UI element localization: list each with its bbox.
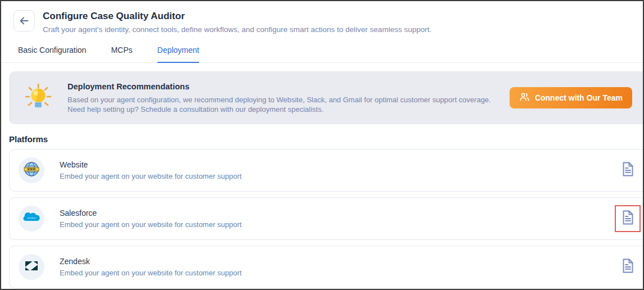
svg-text:salesforce: salesforce <box>27 217 36 219</box>
header-text: Configure Case Quality Auditor Craft you… <box>43 10 431 34</box>
document-icon <box>622 259 634 275</box>
salesforce-cloud-icon: salesforce <box>22 211 40 226</box>
platform-title: Salesforce <box>60 209 615 218</box>
tab-deployment[interactable]: Deployment <box>157 46 200 63</box>
banner-title: Deployment Recommendations <box>67 82 501 91</box>
platform-title: Zendesk <box>60 257 615 266</box>
platforms-heading: Platforms <box>9 134 643 144</box>
back-arrow-icon <box>18 15 30 27</box>
platform-description: Embed your agent on your website for cus… <box>60 172 615 180</box>
platform-description: Embed your agent on your website for cus… <box>60 269 615 277</box>
platform-title: Website <box>60 160 615 169</box>
connect-button-label: Connect with Our Team <box>535 93 623 102</box>
document-icon <box>622 210 634 227</box>
website-avatar: WWW <box>19 157 44 183</box>
users-icon <box>519 92 530 104</box>
page-subtitle: Craft your agent's identity, connect too… <box>43 25 431 34</box>
document-icon <box>622 162 634 179</box>
zendesk-card-text: Zendesk Embed your agent on your website… <box>60 257 615 277</box>
connect-with-team-button[interactable]: Connect with Our Team <box>510 87 632 108</box>
salesforce-avatar: salesforce <box>19 206 44 232</box>
website-card-text: Website Embed your agent on your website… <box>60 160 615 180</box>
platform-card-zendesk[interactable]: Zendesk Embed your agent on your website… <box>9 246 643 288</box>
page-header: Configure Case Quality Auditor Craft you… <box>1 1 643 34</box>
tab-mcps[interactable]: MCPs <box>111 46 132 62</box>
configure-agent-page: Configure Case Quality Auditor Craft you… <box>0 0 644 290</box>
website-docs-button[interactable] <box>615 157 641 184</box>
platform-card-salesforce[interactable]: salesforce Salesforce Embed your agent o… <box>9 197 643 240</box>
back-button[interactable] <box>13 10 35 31</box>
banner-text: Deployment Recommendations Based on your… <box>67 82 501 114</box>
salesforce-card-text: Salesforce Embed your agent on your webs… <box>60 209 615 229</box>
page-title: Configure Case Quality Auditor <box>43 11 431 22</box>
zendesk-icon <box>24 258 39 276</box>
globe-www-icon: WWW <box>23 161 40 180</box>
svg-text:WWW: WWW <box>28 168 36 171</box>
lightbulb-icon <box>24 82 53 114</box>
platform-card-website[interactable]: WWW Website Embed your agent on your web… <box>9 149 643 192</box>
tab-basic-configuration[interactable]: Basic Configuration <box>18 46 86 62</box>
banner-line-1: Based on your agent configuration, we re… <box>67 95 501 105</box>
zendesk-avatar <box>19 254 44 280</box>
platform-description: Embed your agent on your website for cus… <box>60 220 615 229</box>
salesforce-docs-button[interactable] <box>615 205 641 232</box>
tab-bar: Basic Configuration MCPs Deployment <box>1 46 643 63</box>
deployment-recommendations-banner: Deployment Recommendations Based on your… <box>9 71 643 124</box>
banner-line-2: Need help setting up? Schedule a consult… <box>67 105 501 114</box>
zendesk-docs-button[interactable] <box>615 253 641 280</box>
